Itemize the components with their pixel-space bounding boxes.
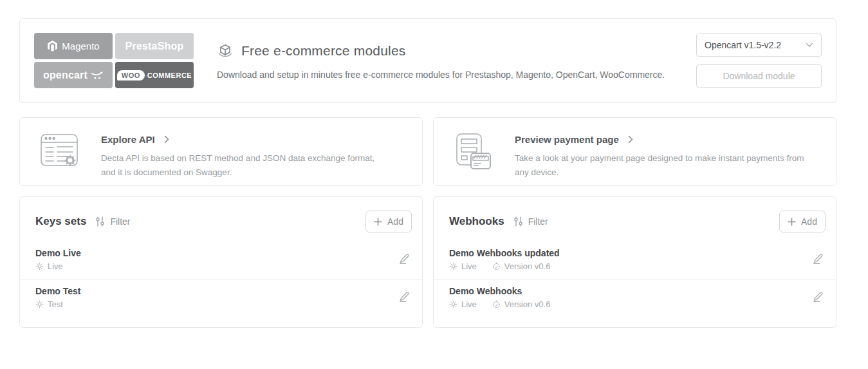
chevron-right-icon — [164, 135, 169, 144]
platform-logos: Magento PrestaShop opencart WOO COMMERCE — [34, 33, 194, 88]
edit-pencil-icon — [399, 253, 409, 264]
modules-description: Download and setup in minutes free e-com… — [217, 70, 696, 80]
merchant-dashboard: Magento PrestaShop opencart WOO COMMERCE — [0, 0, 856, 328]
webhook-mode: Live — [461, 299, 477, 309]
keys-sets-filter[interactable]: Filter — [95, 216, 130, 227]
keys-sets-card: Keys sets Filter Add — [19, 196, 423, 328]
edit-webhook-button[interactable] — [810, 289, 826, 307]
webhook-row: Demo Wehbooks updated Live — [434, 241, 836, 279]
version-clock-icon — [492, 300, 501, 308]
woo-badge: WOO — [117, 70, 145, 80]
gear-icon — [449, 262, 457, 270]
add-key-set-button[interactable]: Add — [365, 211, 412, 232]
chevron-right-icon — [628, 135, 633, 144]
cart-icon — [91, 71, 104, 80]
modules-text-block: Free e-commerce modules Download and set… — [217, 41, 696, 80]
edit-pencil-icon — [813, 253, 823, 264]
api-docs-icon — [39, 132, 82, 185]
edit-key-set-button[interactable] — [396, 251, 412, 269]
webhook-name: Demo Webhooks — [449, 286, 810, 296]
keys-sets-title: Keys sets — [35, 215, 86, 228]
explore-api-description: Decta API is based on REST method and JS… — [101, 151, 387, 179]
key-set-row: Demo Test Test — [20, 279, 422, 317]
download-module-button[interactable]: Download module — [696, 64, 822, 88]
module-actions: Opencart v1.5-v2.2 Download module — [696, 33, 822, 88]
woocommerce-logo: WOO COMMERCE — [115, 62, 194, 88]
webhook-version: Version v0.6 — [504, 299, 551, 309]
payment-page-icon — [453, 132, 495, 185]
magento-label: Magento — [62, 41, 99, 52]
edit-pencil-icon — [399, 291, 409, 302]
chevron-down-icon — [806, 43, 813, 48]
webhooks-card: Webhooks Filter Add — [433, 196, 836, 328]
key-set-name: Demo Test — [35, 286, 396, 296]
edit-key-set-button[interactable] — [396, 289, 412, 307]
preview-payment-body: Preview payment page Take a look at your… — [515, 131, 820, 185]
edit-webhook-button[interactable] — [810, 251, 826, 269]
gear-icon — [35, 262, 44, 270]
plus-icon — [788, 218, 796, 226]
key-set-name: Demo Live — [35, 248, 396, 258]
filter-label: Filter — [528, 216, 548, 227]
webhook-row: Demo Webhooks Live — [434, 279, 836, 317]
explore-api-title: Explore API — [101, 134, 155, 145]
magento-icon — [47, 40, 58, 52]
preview-payment-title: Preview payment page — [515, 134, 619, 145]
key-set-mode: Test — [48, 299, 63, 309]
filter-sliders-icon — [513, 216, 523, 227]
explore-api-body: Explore API Decta API is based on REST m… — [101, 131, 407, 185]
woocommerce-label: COMMERCE — [147, 71, 192, 79]
gear-icon — [35, 300, 44, 308]
preview-payment-link[interactable]: Preview payment page — [515, 134, 820, 145]
add-label: Add — [801, 216, 817, 227]
filter-sliders-icon — [95, 216, 105, 227]
filter-label: Filter — [110, 216, 130, 227]
prestashop-label: PrestaShop — [125, 41, 184, 52]
key-set-mode: Live — [48, 261, 63, 271]
preview-payment-description: Take a look at your payment page designe… — [515, 151, 820, 179]
webhook-mode: Live — [461, 261, 477, 271]
add-label: Add — [387, 216, 403, 227]
page-title: Free e-commerce modules — [241, 43, 406, 59]
webhooks-filter[interactable]: Filter — [513, 216, 548, 227]
explore-api-link[interactable]: Explore API — [101, 134, 407, 145]
explore-api-card: Explore API Decta API is based on REST m… — [19, 117, 423, 186]
ecommerce-modules-card: Magento PrestaShop opencart WOO COMMERCE — [19, 18, 836, 103]
webhooks-title: Webhooks — [449, 215, 504, 228]
package-cube-icon — [217, 43, 234, 59]
preview-payment-card: Preview payment page Take a look at your… — [433, 117, 836, 186]
webhook-version: Version v0.6 — [504, 261, 551, 271]
opencart-label: opencart — [43, 70, 88, 81]
webhook-name: Demo Wehbooks updated — [449, 248, 810, 258]
key-set-row: Demo Live Live — [20, 241, 422, 279]
module-version-select[interactable]: Opencart v1.5-v2.2 — [696, 33, 822, 57]
version-clock-icon — [492, 262, 501, 270]
plus-icon — [374, 218, 382, 226]
opencart-logo: opencart — [34, 62, 113, 88]
gear-icon — [449, 300, 457, 308]
magento-logo: Magento — [34, 33, 113, 59]
selected-version: Opencart v1.5-v2.2 — [705, 40, 806, 50]
add-webhook-button[interactable]: Add — [779, 211, 826, 232]
prestashop-logo: PrestaShop — [115, 33, 194, 59]
edit-pencil-icon — [813, 291, 823, 302]
